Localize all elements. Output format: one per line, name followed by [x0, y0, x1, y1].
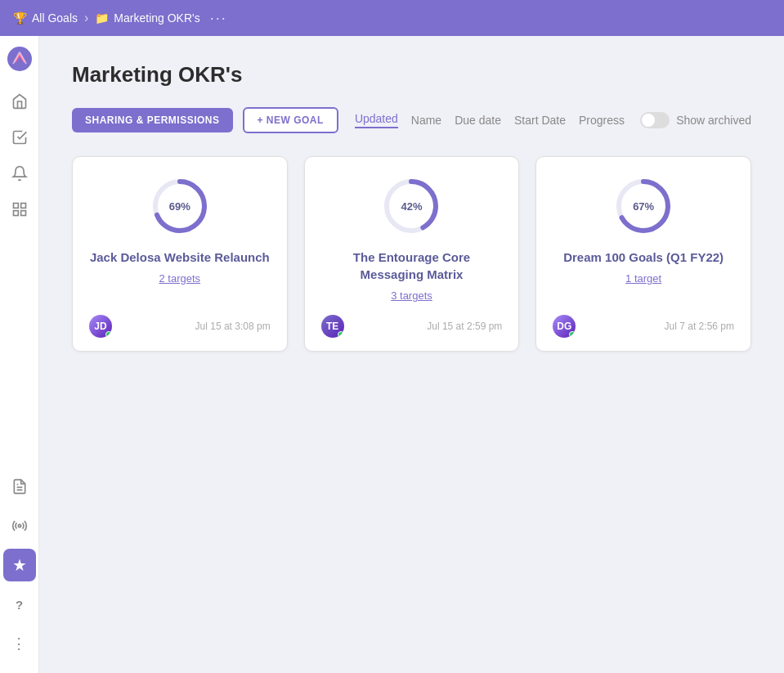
breadcrumb: 🏆 All Goals › 📁 Marketing OKR's ··· [13, 10, 227, 27]
goal-targets-2[interactable]: 3 targets [391, 289, 432, 302]
sort-options: Updated Name Due date Start Date Progres… [355, 112, 625, 128]
sort-start-date[interactable]: Start Date [514, 114, 566, 127]
goal-card-2[interactable]: 42% The Entourage Core Messaging Matrix … [304, 156, 520, 352]
sort-name[interactable]: Name [411, 114, 441, 127]
show-archived-toggle[interactable] [640, 112, 670, 128]
sidebar-bottom: ? ⋮ [3, 470, 36, 663]
svg-rect-2 [20, 204, 25, 209]
goal-date-1: Jul 15 at 3:08 pm [195, 321, 271, 332]
svg-point-7 [18, 524, 20, 527]
show-archived-wrap: Show archived [640, 112, 751, 128]
progress-label-2: 42% [401, 200, 422, 213]
sidebar-item-help[interactable]: ? [3, 588, 36, 621]
progress-label-1: 69% [169, 200, 190, 213]
top-bar: 🏆 All Goals › 📁 Marketing OKR's ··· [0, 0, 784, 36]
goal-targets-1[interactable]: 2 targets [159, 272, 201, 285]
avatar-3: DG [553, 315, 576, 338]
goal-name-3: Dream 100 Goals (Q1 FY22) [563, 249, 724, 266]
goal-date-3: Jul 7 at 2:56 pm [665, 321, 734, 332]
svg-rect-3 [13, 211, 18, 216]
content-area: Marketing OKR's SHARING & PERMISSIONS + … [39, 36, 784, 673]
progress-ring-3: 67% [614, 177, 673, 236]
toolbar: SHARING & PERMISSIONS + NEW GOAL Updated… [72, 107, 751, 133]
avatar-1: JD [89, 315, 112, 338]
show-archived-label: Show archived [676, 114, 751, 127]
breadcrumb-marketing-okrs[interactable]: 📁 Marketing OKR's [95, 11, 199, 25]
goal-footer-1: JD Jul 15 at 3:08 pm [89, 315, 271, 338]
sidebar-item-notifications[interactable] [3, 157, 36, 190]
sort-due-date[interactable]: Due date [455, 114, 501, 127]
avatar-2: TE [321, 315, 344, 338]
sidebar: ? ⋮ [0, 36, 39, 673]
breadcrumb-all-goals-label: All Goals [32, 11, 78, 25]
folder-breadcrumb-icon: 📁 [95, 11, 109, 25]
sort-progress[interactable]: Progress [579, 114, 625, 127]
main-layout: ? ⋮ Marketing OKR's SHARING & PERMISSION… [0, 36, 784, 673]
sidebar-item-tasks[interactable] [3, 121, 36, 154]
breadcrumb-marketing-okrs-label: Marketing OKR's [114, 11, 199, 25]
topbar-more-button[interactable]: ··· [210, 10, 227, 27]
breadcrumb-all-goals[interactable]: 🏆 All Goals [13, 11, 78, 25]
goal-footer-2: TE Jul 15 at 2:59 pm [321, 315, 503, 338]
avatar-online-3 [569, 331, 576, 338]
breadcrumb-sep: › [84, 11, 88, 25]
goal-name-1: Jack Delosa Website Relaunch [90, 249, 270, 266]
progress-ring-1: 69% [150, 177, 209, 236]
goal-date-2: Jul 15 at 2:59 pm [427, 321, 502, 332]
sidebar-item-more[interactable]: ⋮ [3, 627, 36, 660]
goal-name-2: The Entourage Core Messaging Matrix [321, 249, 503, 283]
page-title: Marketing OKR's [72, 62, 751, 87]
trophy-breadcrumb-icon: 🏆 [13, 11, 27, 25]
sidebar-item-home[interactable] [3, 85, 36, 118]
sharing-permissions-button[interactable]: SHARING & PERMISSIONS [72, 108, 233, 132]
goal-card-1[interactable]: 69% Jack Delosa Website Relaunch 2 targe… [72, 156, 288, 352]
progress-label-3: 67% [633, 200, 654, 213]
sort-updated[interactable]: Updated [355, 112, 398, 128]
new-goal-button[interactable]: + NEW GOAL [243, 107, 338, 133]
svg-point-0 [7, 47, 32, 71]
goal-footer-3: DG Jul 7 at 2:56 pm [553, 315, 734, 338]
goal-targets-3[interactable]: 1 target [625, 272, 661, 285]
progress-ring-2: 42% [382, 177, 441, 236]
avatar-online-1 [105, 331, 112, 338]
sidebar-item-broadcast[interactable] [3, 509, 36, 542]
avatar-online-2 [338, 331, 344, 338]
goal-card-3[interactable]: 67% Dream 100 Goals (Q1 FY22) 1 target D… [535, 156, 751, 352]
logo[interactable] [7, 46, 33, 75]
sidebar-item-apps[interactable] [3, 193, 36, 226]
svg-rect-4 [20, 211, 25, 216]
sidebar-item-document[interactable] [3, 470, 36, 503]
goals-grid: 69% Jack Delosa Website Relaunch 2 targe… [72, 156, 751, 352]
sidebar-item-goals[interactable] [3, 549, 36, 581]
svg-rect-1 [13, 204, 18, 209]
